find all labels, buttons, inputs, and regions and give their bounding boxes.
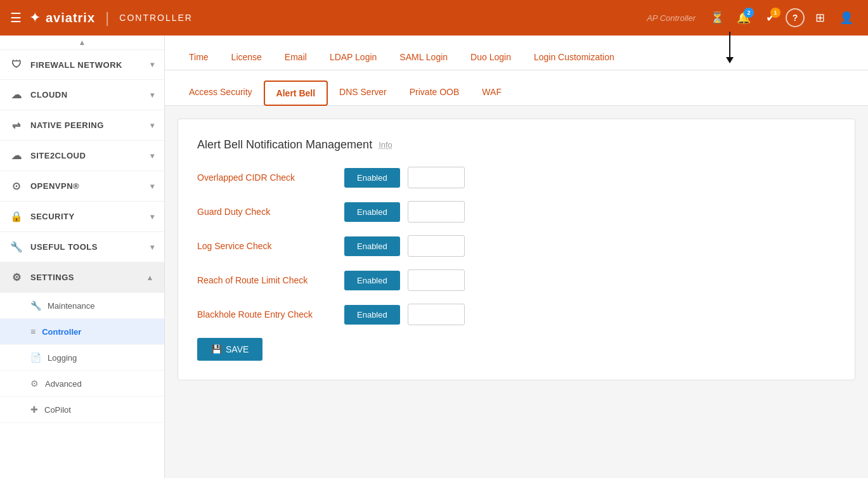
reach-route-label: Reach of Route Limit Check [197,275,337,285]
lock-icon: 🔒 [10,210,23,223]
overlapped-cidr-input[interactable] [408,167,465,188]
content-area: Time License Email LDAP Login SAML Login… [165,36,868,478]
sidebar-sub-item-controller[interactable]: ≡ Controller [0,319,164,345]
sidebar-label-settings: Settings [30,273,74,282]
log-service-label: Log Service Check [197,241,337,251]
gear-icon: ⚙ [10,271,23,283]
sidebar-sub-item-copilot[interactable]: ✚ CoPilot [0,397,164,423]
logging-icon: 📄 [30,352,41,363]
tab-login-customization[interactable]: Login Customization [522,46,626,70]
top-navbar: ☰ ✦ aviatrix | Controller AP Controller … [0,0,868,36]
sidebar-label-openvpn: OpenVPN® [30,181,79,191]
card-title-text: Alert Bell Notification Management [197,138,372,152]
tab-dns-server[interactable]: DNS Server [328,81,398,105]
sidebar-sub-label-maintenance: Maintenance [48,301,94,311]
sidebar-item-useful-tools[interactable]: 🔧 Useful Tools ▾ [0,232,164,262]
logo-divider: | [105,9,109,27]
shield-icon: 🛡 [10,59,23,70]
sidebar-label-cloudn: CloudN [30,90,68,100]
save-button-label: SAVE [226,344,249,354]
form-row-guard-duty: Guard Duty Check Enabled [197,201,836,223]
tab-email[interactable]: Email [273,46,318,70]
controller-label: Controller [119,13,193,23]
main-layout: ▲ 🛡 Firewall Network ▾ ☁ CloudN ▾ ⇌ Nati… [0,36,868,478]
form-row-log-service: Log Service Check Enabled [197,235,836,257]
chevron-down-icon: ▾ [150,243,155,252]
controller-name: AP Controller [647,13,696,23]
chevron-down-icon: ▾ [150,91,155,100]
form-row-overlapped-cidr: Overlapped CIDR Check Enabled [197,167,836,188]
check-badge: 1 [770,8,781,18]
advanced-icon: ⚙ [30,378,39,389]
tab-private-oob[interactable]: Private OOB [398,81,471,105]
sidebar-sub-item-logging[interactable]: 📄 Logging [0,345,164,371]
sidebar-item-native-peering[interactable]: ⇌ Native Peering ▾ [0,110,164,141]
chevron-down-icon: ▾ [150,212,155,221]
grid-icon[interactable]: ⊞ [808,6,831,29]
log-service-input[interactable] [408,235,465,257]
sidebar-item-security[interactable]: 🔒 Security ▾ [0,202,164,232]
form-row-reach-route: Reach of Route Limit Check Enabled [197,269,836,291]
sidebar-sub-item-advanced[interactable]: ⚙ Advanced [0,371,164,397]
sidebar: ▲ 🛡 Firewall Network ▾ ☁ CloudN ▾ ⇌ Nati… [0,36,165,478]
sidebar-item-settings[interactable]: ⚙ Settings ▲ [0,262,164,293]
guard-duty-enabled-button[interactable]: Enabled [344,202,400,222]
logo-icon: ✦ [29,10,41,26]
sidebar-item-openvpn[interactable]: ⊙ OpenVPN® ▾ [0,171,164,202]
bell-icon[interactable]: 🔔 2 [732,6,755,29]
sidebar-label-site2cloud: Site2Cloud [30,151,86,160]
sidebar-item-site2cloud[interactable]: ☁ Site2Cloud ▾ [0,141,164,171]
log-service-enabled-button[interactable]: Enabled [344,236,400,256]
tab-license[interactable]: License [220,46,273,70]
wrench-icon: 🔧 [30,300,41,311]
chevron-down-icon: ▾ [150,182,155,191]
chevron-up-icon: ▲ [146,273,154,282]
tabs-row-2: Access Security Alert Bell DNS Server Pr… [165,70,868,106]
tab-saml-login[interactable]: SAML Login [388,46,459,70]
blackhole-enabled-button[interactable]: Enabled [344,305,400,325]
hamburger-icon[interactable]: ☰ [10,10,22,25]
overlapped-cidr-enabled-button[interactable]: Enabled [344,168,400,188]
copilot-icon: ✚ [30,404,38,415]
tab-time[interactable]: Time [178,46,220,70]
blackhole-label: Blackhole Route Entry Check [197,309,337,320]
check-icon[interactable]: ✔ 1 [759,6,782,29]
form-row-blackhole: Blackhole Route Entry Check Enabled [197,304,836,325]
tab-duo-login[interactable]: Duo Login [459,46,522,70]
blackhole-input[interactable] [408,304,465,325]
user-icon[interactable]: 👤 [835,6,858,29]
guard-duty-input[interactable] [408,201,465,223]
reach-route-enabled-button[interactable]: Enabled [344,271,400,290]
controller-sub-icon: ≡ [30,326,36,337]
sidebar-sub-label-logging: Logging [48,353,77,363]
bell-badge: 2 [744,8,754,18]
scroll-up-indicator: ▲ [0,36,164,50]
sidebar-item-cloudn[interactable]: ☁ CloudN ▾ [0,80,164,110]
sidebar-label-firewall: Firewall Network [30,60,122,70]
peering-icon: ⇌ [10,119,23,131]
sidebar-sub-label-advanced: Advanced [45,379,82,389]
save-disk-icon: 💾 [211,344,222,354]
sidebar-sub-label-controller: Controller [42,327,81,337]
openvpn-icon: ⊙ [10,180,23,192]
tab-alert-bell[interactable]: Alert Bell [264,81,328,106]
hourglass-icon[interactable]: ⏳ [706,6,729,29]
site2cloud-icon: ☁ [10,150,23,162]
sidebar-sub-item-maintenance[interactable]: 🔧 Maintenance [0,293,164,319]
info-link[interactable]: Info [379,140,392,150]
chevron-down-icon: ▾ [150,121,155,130]
tab-ldap-login[interactable]: LDAP Login [318,46,388,70]
sidebar-label-useful-tools: Useful Tools [30,242,98,252]
tab-access-security[interactable]: Access Security [178,81,264,105]
chevron-down-icon: ▾ [150,152,155,160]
cloud-icon: ☁ [10,89,23,101]
save-button[interactable]: 💾 SAVE [197,338,262,361]
guard-duty-label: Guard Duty Check [197,207,337,217]
card-title: Alert Bell Notification Management Info [197,138,836,152]
tools-icon: 🔧 [10,241,23,253]
tab-waf[interactable]: WAF [470,81,513,105]
question-icon[interactable]: ? [786,8,805,27]
alert-bell-card: Alert Bell Notification Management Info … [178,119,855,380]
sidebar-item-firewall-network[interactable]: 🛡 Firewall Network ▾ [0,50,164,80]
reach-route-input[interactable] [408,269,465,291]
